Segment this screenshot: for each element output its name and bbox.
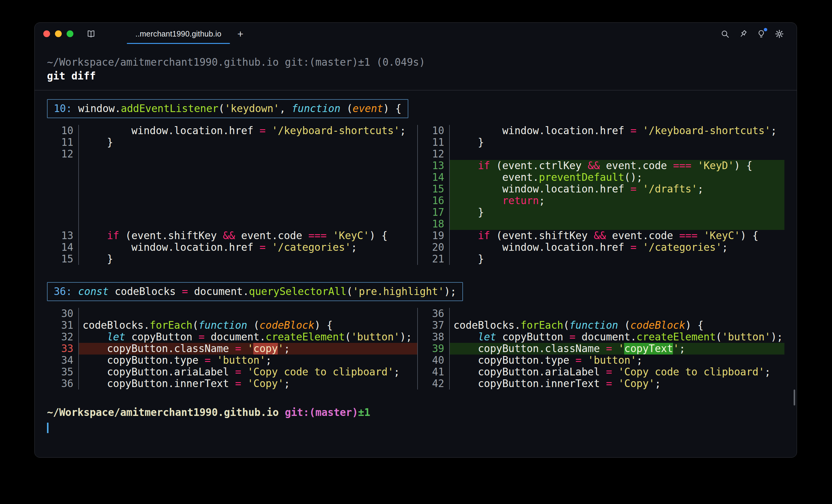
diff-row: 21 } <box>418 253 784 265</box>
line-number: 17 <box>418 207 444 218</box>
code-token: ; <box>679 343 685 354</box>
line-number: 19 <box>418 230 444 242</box>
diff-output: 10: window.addEventListener('keydown', f… <box>47 99 784 390</box>
diff-row: 42 copyButton.innerText = 'Copy'; <box>418 378 784 390</box>
code-token: ( <box>618 320 630 331</box>
code-token: ) { <box>383 103 401 114</box>
code-token: copyButton <box>125 331 198 343</box>
code-token <box>453 331 478 343</box>
code-token: '/keyboard-shortcuts' <box>643 125 771 137</box>
diff-row: 32 let copyButton = document.createEleme… <box>47 331 417 343</box>
code-line <box>78 183 417 195</box>
code-token: window.location.href <box>83 242 259 253</box>
code-token: let <box>107 331 125 343</box>
diff-panel-right: 3637codeBlocks.forEach(function (codeBlo… <box>418 308 784 390</box>
code-token <box>83 331 107 343</box>
code-token: ( <box>218 103 225 114</box>
code-line: copyButton.innerText = 'Copy'; <box>78 378 417 390</box>
line-number: 10 <box>418 125 444 137</box>
code-token: window.location.href <box>453 242 630 253</box>
code-line: return; <box>449 195 784 207</box>
code-token: ; <box>284 378 290 390</box>
hunk-header: 10: window.addEventListener('keydown', f… <box>47 99 408 118</box>
diff-hunk: 36: const codeBlocks = document.querySel… <box>47 282 784 390</box>
code-token <box>265 125 272 137</box>
code-line <box>78 160 417 171</box>
diff-panel-left: 10 window.location.href = '/keyboard-sho… <box>47 125 418 265</box>
code-token: if <box>478 230 490 242</box>
code-token: 'pre.highlight' <box>353 286 444 297</box>
diff-row: 30 <box>47 308 417 320</box>
code-token: ; <box>698 183 704 195</box>
gear-icon[interactable] <box>774 29 784 39</box>
code-line: let copyButton = document.createElement(… <box>449 331 784 343</box>
code-token: ); <box>771 331 783 343</box>
code-token: let <box>478 331 496 343</box>
code-token: ) { <box>740 230 759 242</box>
diff-row: 40 copyButton.type = 'button'; <box>418 354 784 366</box>
code-token <box>241 343 248 354</box>
line-number: 14 <box>418 171 444 183</box>
code-token: document. <box>575 331 636 343</box>
diff-row: 14 window.location.href = '/categories'; <box>47 242 417 253</box>
code-token: = <box>235 343 241 354</box>
code-token: codeBlocks. <box>83 320 150 331</box>
code-line: window.location.href = '/keyboard-shortc… <box>78 125 417 137</box>
diff-row: 10 window.location.href = '/keyboard-sho… <box>418 125 784 137</box>
code-token: copyButton <box>496 331 569 343</box>
line-number <box>47 207 73 218</box>
code-token <box>636 183 643 195</box>
code-line: copyButton.ariaLabel = 'Copy code to cli… <box>449 366 784 378</box>
code-token: 'KeyC' <box>333 230 369 242</box>
code-line <box>78 148 417 160</box>
line-number <box>47 171 73 183</box>
diff-row: 10 window.location.href = '/keyboard-sho… <box>47 125 417 137</box>
book-icon[interactable] <box>86 29 96 39</box>
minimize-window-button[interactable] <box>55 30 62 37</box>
lightbulb-icon[interactable] <box>756 29 766 39</box>
code-token <box>612 366 618 378</box>
new-tab-button[interactable]: + <box>234 27 247 41</box>
code-token: forEach <box>150 320 192 331</box>
line-number <box>47 183 73 195</box>
pin-icon[interactable] <box>738 29 748 39</box>
tab-active[interactable]: ..merchant1990.github.io <box>126 23 231 45</box>
close-window-button[interactable] <box>43 30 50 37</box>
scrollbar-thumb[interactable] <box>794 390 795 405</box>
code-token: '/categories' <box>643 242 722 253</box>
code-token: copyButton.ariaLabel <box>83 366 235 378</box>
line-number: 13 <box>47 230 73 242</box>
code-token: ( <box>347 286 353 297</box>
line-number <box>47 160 73 171</box>
code-token: } <box>453 253 484 265</box>
prompt-dirty-indicator: ±1 <box>358 406 370 418</box>
code-token <box>241 378 248 390</box>
terminal-cursor[interactable] <box>47 423 49 433</box>
line-number: 20 <box>418 242 444 253</box>
code-token: = <box>570 331 576 343</box>
code-line: let copyButton = document.createElement(… <box>78 331 417 343</box>
code-token: event.code <box>235 230 308 242</box>
code-token: copyButton.type <box>83 354 205 366</box>
code-token <box>581 354 588 366</box>
code-token: ); <box>400 331 412 343</box>
zoom-window-button[interactable] <box>67 30 73 37</box>
line-number: 34 <box>47 354 73 366</box>
code-token: ( <box>247 320 259 331</box>
diff-row <box>47 195 417 207</box>
code-line: } <box>449 253 784 265</box>
diff-row: 34 copyButton.type = 'button'; <box>47 354 417 366</box>
code-token: copyButton.type <box>453 354 575 366</box>
code-line <box>78 195 417 207</box>
code-token: = <box>575 354 581 366</box>
code-line <box>449 308 784 320</box>
code-token: (event.shiftKey <box>119 230 223 242</box>
code-token: ) { <box>369 230 388 242</box>
search-icon[interactable] <box>720 29 730 39</box>
diff-row: 15 } <box>47 253 417 265</box>
line-number: 15 <box>47 253 73 265</box>
code-token: '/drafts' <box>643 183 698 195</box>
code-token: ; <box>722 242 728 253</box>
code-token: function <box>292 103 340 114</box>
code-token <box>453 230 478 242</box>
